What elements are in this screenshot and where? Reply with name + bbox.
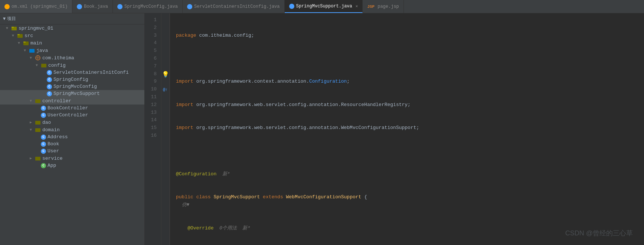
- book-icon: [77, 4, 82, 9]
- tree-label-main: main: [30, 40, 42, 46]
- tree-label-servletcontainers: ServletContainersInitConfi: [53, 70, 129, 75]
- springmvcsupport-icon: [289, 4, 294, 9]
- tree-item-java[interactable]: ▼ java: [0, 47, 144, 54]
- code-line-5: import org.springframework.web.servlet.c…: [176, 124, 638, 132]
- ln-14: 14: [148, 116, 158, 124]
- folder-icon-dao: [35, 119, 41, 125]
- class-dot-book-domain: C: [41, 142, 46, 147]
- tab-bar: om.xml (springmvc_01) Book.java SpringMv…: [0, 0, 644, 13]
- tab-springmvcconfig[interactable]: SpringMvcConfig.java: [113, 0, 183, 13]
- tree-label-src: src: [24, 33, 33, 39]
- tree-label-springmvcsupport-file: SpringMvcSupport: [53, 91, 100, 96]
- tree-item-springmvcsupport-file[interactable]: ▶ C SpringMvcSupport: [0, 90, 144, 97]
- tab-pom[interactable]: om.xml (springmvc_01): [0, 0, 72, 13]
- ln-7: 7: [148, 63, 158, 70]
- tree-label-address: Address: [48, 134, 68, 140]
- line-numbers-wrapper: 1 2 3 4 5 6 7 8 9 10 11 12 13 14 15 16: [145, 13, 170, 245]
- tree-item-config[interactable]: ▼ config: [0, 62, 144, 69]
- tab-pagejsp-label: page.jsp: [377, 4, 399, 9]
- arrow-src: ▼: [12, 34, 17, 38]
- tree-label-usercontroller: UserController: [48, 112, 88, 118]
- class-dot-springconfig: C: [47, 77, 52, 82]
- svg-rect-3: [17, 34, 20, 35]
- tree-label-springconfig: SpringConfig: [53, 77, 88, 82]
- pom-icon: [4, 4, 10, 9]
- lamp-icon[interactable]: 💡: [161, 70, 169, 78]
- tree-item-springmvc01[interactable]: ▼ springmvc_01: [0, 24, 144, 32]
- tree-item-address[interactable]: ▶ C Address: [0, 133, 144, 140]
- arrow-config: ▼: [36, 63, 41, 67]
- override-icon: @↑: [161, 86, 169, 93]
- code-line-8: public class SpringMvcSupport extends We…: [176, 193, 638, 209]
- svg-rect-14: [35, 157, 40, 160]
- code-line-9: @Override 0个用法 新*: [176, 225, 638, 232]
- class-dot-user: C: [41, 149, 46, 154]
- folder-icon-controller: [35, 98, 41, 104]
- arrow-controller: ▼: [30, 99, 35, 103]
- tree-label-comitheima: com.itheima: [42, 55, 74, 61]
- ln-15: 15: [148, 124, 158, 132]
- tree-item-servletcontainersinitconfi[interactable]: ▶ C ServletContainersInitConfi: [0, 69, 144, 76]
- tree-item-bookcontroller[interactable]: ▶ C BookController: [0, 105, 144, 112]
- sidebar: ▼ 项目 ▼ springmvc_01 ▼ src ▼ ma: [0, 13, 145, 245]
- tree-item-springmvcconfig-file[interactable]: ▶ C SpringMvcConfig: [0, 83, 144, 90]
- ln-4: 4: [148, 39, 158, 47]
- tree-item-comitheima[interactable]: ▼ com.itheima: [0, 54, 144, 62]
- tree-item-app[interactable]: ▶ C App: [0, 162, 144, 169]
- tree-item-service[interactable]: ▶ service: [0, 155, 144, 162]
- tree-item-domain[interactable]: ▼ domain: [0, 126, 144, 133]
- tree-item-user[interactable]: ▶ C User: [0, 148, 144, 155]
- tab-springmvcsupport[interactable]: SpringMvcSupport.java ✕: [285, 0, 363, 13]
- tree-label-app: App: [48, 163, 56, 168]
- ln-10: 10: [148, 86, 158, 93]
- tree-item-book-domain[interactable]: ▶ C Book: [0, 140, 144, 148]
- tab-close-button[interactable]: ✕: [356, 4, 358, 9]
- project-expand-icon[interactable]: ▼: [3, 16, 6, 21]
- tab-pagejsp[interactable]: JSP page.jsp: [363, 0, 403, 13]
- package-icon-comitheima: [35, 55, 41, 61]
- arrow-comitheima: ▼: [30, 56, 35, 60]
- tree-item-src[interactable]: ▼ src: [0, 32, 144, 39]
- folder-icon-springmvc01: [11, 25, 17, 31]
- arrow-domain: ▼: [30, 128, 35, 132]
- ln-13: 13: [148, 109, 158, 117]
- class-dot-bookcontroller: C: [41, 106, 46, 111]
- svg-rect-6: [29, 49, 35, 53]
- tree-item-controller[interactable]: ▼ controller: [0, 97, 144, 105]
- code-content[interactable]: package com.itheima.config; import org.s…: [170, 13, 644, 245]
- tree-item-dao[interactable]: ▶ dao: [0, 119, 144, 126]
- class-dot-servletcontainers: C: [47, 70, 52, 75]
- folder-icon-main: [23, 40, 29, 46]
- jsp-icon: JSP: [367, 4, 375, 9]
- tree-item-springconfig[interactable]: ▶ C SpringConfig: [0, 76, 144, 83]
- ln-2: 2: [148, 24, 158, 32]
- ln-5: 5: [148, 47, 158, 55]
- main-area: ▼ 项目 ▼ springmvc_01 ▼ src ▼ ma: [0, 13, 644, 245]
- code-line-4: import org.springframework.web.servlet.c…: [176, 101, 638, 109]
- folder-icon-java: [29, 47, 35, 53]
- folder-icon-domain: [35, 127, 41, 133]
- tree-label-springmvc01: springmvc_01: [19, 26, 53, 31]
- tree-item-main[interactable]: ▼ main: [0, 39, 144, 47]
- arrow-springmvc01: ▼: [6, 26, 11, 30]
- editor[interactable]: 1 2 3 4 5 6 7 8 9 10 11 12 13 14 15 16: [145, 13, 644, 245]
- arrow-dao: ▶: [30, 120, 35, 125]
- tab-servletcontainers[interactable]: ServletContainersInitConfig.java: [183, 0, 284, 13]
- svg-rect-1: [12, 27, 14, 28]
- arrow-service: ▶: [30, 156, 35, 160]
- folder-icon-service: [35, 155, 41, 161]
- tree-item-usercontroller[interactable]: ▶ C UserController: [0, 112, 144, 119]
- arrow-main: ▼: [18, 41, 23, 45]
- tree-label-dao: dao: [42, 120, 51, 125]
- arrow-java: ▼: [24, 49, 29, 53]
- tab-servletcontainers-label: ServletContainersInitConfig.java: [194, 4, 279, 9]
- tree-label-springmvcconfig-file: SpringMvcConfig: [53, 84, 97, 89]
- class-dot-address: C: [41, 135, 46, 140]
- tab-book[interactable]: Book.java: [72, 0, 113, 13]
- tab-springmvcsupport-label: SpringMvcSupport.java: [296, 4, 352, 9]
- gutter-col: 💡 @↑: [161, 13, 170, 245]
- code-line-1: package com.itheima.config;: [176, 32, 638, 40]
- tab-book-label: Book.java: [84, 4, 108, 9]
- springmvcconfig-icon: [117, 4, 122, 9]
- svg-rect-11: [35, 99, 40, 103]
